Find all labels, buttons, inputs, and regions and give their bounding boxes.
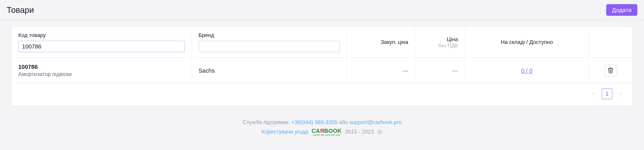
- col-header-code: Код товару: [12, 27, 192, 57]
- filter-code-input[interactable]: [18, 41, 185, 52]
- footer: Служба підтримки: +38(044) 389-3355 або …: [0, 117, 644, 137]
- chevron-right-icon: [619, 92, 623, 96]
- add-button[interactable]: Додати: [606, 4, 637, 16]
- col-header-buyprice-label: Закуп. ціна: [381, 39, 408, 45]
- col-header-buyprice: Закуп. ціна: [347, 27, 415, 57]
- carbook-logo: CAЯBOOK cause we love the cars: [312, 128, 342, 136]
- cell-actions: [589, 57, 632, 83]
- cell-code: 100786 Амортизатор підвіски: [12, 57, 192, 83]
- chevron-left-icon: [591, 92, 596, 96]
- product-name: Амортизатор підвіски: [18, 71, 185, 77]
- cell-stock: 0 / 0: [465, 57, 589, 83]
- cell-brand: Sachs: [192, 57, 347, 83]
- col-header-actions: [589, 27, 632, 57]
- footer-years: 2015 - 2023: [345, 127, 374, 137]
- support-or: або: [339, 119, 350, 125]
- footer-legal-line: Користувача угода CAЯBOOK cause we love …: [0, 127, 644, 137]
- logo-book: BOOK: [324, 128, 342, 134]
- col-header-price-sub: без ПДВ: [438, 42, 458, 48]
- pagination-current[interactable]: 1: [602, 88, 612, 99]
- col-header-brand-label: Бренд: [198, 32, 214, 38]
- pagination-next[interactable]: [616, 89, 626, 99]
- col-header-price: Ціна без ПДВ: [415, 27, 465, 57]
- support-email[interactable]: support@carbook.pro: [350, 119, 402, 125]
- product-code: 100786: [18, 64, 185, 70]
- filter-brand-input[interactable]: [198, 41, 340, 52]
- pagination: 1: [12, 88, 626, 99]
- page-title: Товари: [7, 5, 34, 15]
- registered-icon: R: [377, 129, 382, 135]
- logo-ca: CA: [312, 128, 320, 134]
- products-card: Код товару Бренд Закуп. ціна Ціна без ПД…: [12, 27, 632, 106]
- col-header-brand: Бренд: [192, 27, 347, 57]
- user-agreement-link[interactable]: Користувача угода: [262, 127, 308, 137]
- delete-button[interactable]: [604, 64, 617, 77]
- col-header-stock-label: На складі / Доступно: [501, 39, 553, 45]
- trash-icon: [608, 67, 614, 73]
- products-table: Код товару Бренд Закуп. ціна Ціна без ПД…: [12, 27, 632, 83]
- table-row: 100786 Амортизатор підвіски Sachs — — 0 …: [12, 57, 632, 83]
- cell-buyprice: —: [347, 57, 415, 83]
- logo-r: Я: [320, 128, 324, 134]
- footer-support-line: Служба підтримки: +38(044) 389-3355 або …: [0, 117, 644, 127]
- support-prefix: Служба підтримки:: [242, 119, 291, 125]
- page-header: Товари Додати: [0, 0, 644, 20]
- col-header-stock: На складі / Доступно: [465, 27, 589, 57]
- pagination-prev[interactable]: [588, 89, 598, 99]
- support-phone[interactable]: +38(044) 389-3355: [291, 119, 338, 125]
- stock-link[interactable]: 0 / 0: [521, 67, 532, 74]
- logo-tagline: cause we love the cars: [313, 134, 340, 136]
- cell-price: —: [415, 57, 465, 83]
- col-header-price-label: Ціна: [447, 36, 458, 42]
- col-header-code-label: Код товару: [18, 32, 46, 38]
